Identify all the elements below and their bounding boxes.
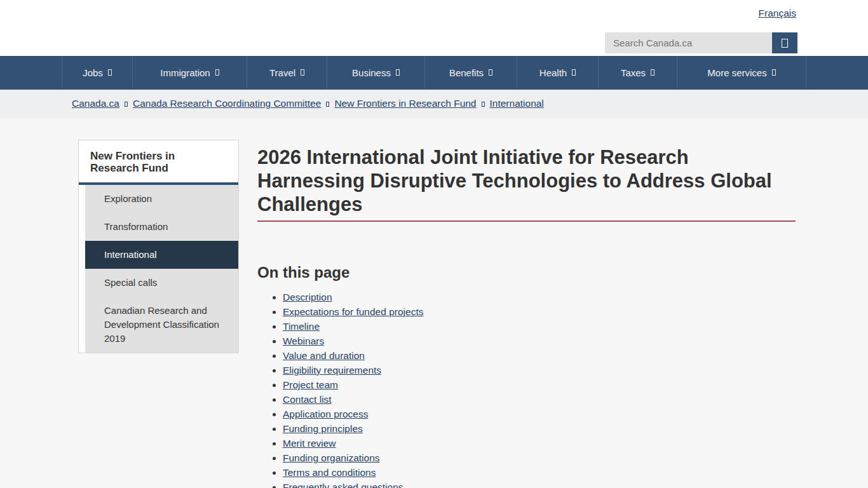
sidebar-item-transformation[interactable]: Transformation xyxy=(85,213,238,241)
menu-item-benefits[interactable]: Benefits xyxy=(424,56,517,89)
chevron-down-icon xyxy=(489,69,492,76)
toc-link-webinars[interactable]: Webinars xyxy=(283,336,324,346)
on-this-page-list: Description Expectations for funded proj… xyxy=(257,290,796,488)
site-header: Français xyxy=(0,0,868,56)
toc-link-funding-principles[interactable]: Funding principles xyxy=(283,423,363,434)
menu-item-immigration[interactable]: Immigration xyxy=(132,56,247,89)
menu-item-jobs[interactable]: Jobs xyxy=(62,56,132,89)
menu-item-business[interactable]: Business xyxy=(327,56,424,89)
menu-item-label: Taxes xyxy=(621,67,646,78)
menu-item-travel[interactable]: Travel xyxy=(247,56,327,89)
menu-item-more-services[interactable]: More services xyxy=(677,56,806,89)
section-menu-title: New Frontiers in Research Fund xyxy=(79,140,238,182)
title-rule xyxy=(257,220,796,222)
chevron-down-icon xyxy=(396,69,400,76)
site-search xyxy=(605,32,797,53)
page: Français Jobs Immigration Travel Busines… xyxy=(0,0,868,488)
toc-link-terms-conditions[interactable]: Terms and conditions xyxy=(283,467,376,478)
page-title: 2026 International Joint Initiative for … xyxy=(257,146,796,216)
menu-item-label: Business xyxy=(352,67,391,78)
toc-item: Funding principles xyxy=(283,421,796,436)
toc-link-value-duration[interactable]: Value and duration xyxy=(283,350,365,361)
sidebar-item-crdc-2019[interactable]: Canadian Research and Development Classi… xyxy=(85,297,238,353)
search-input[interactable] xyxy=(605,32,772,53)
toc-item: Description xyxy=(283,290,796,304)
menu-item-label: More services xyxy=(707,67,766,78)
toc-link-project-team[interactable]: Project team xyxy=(283,379,338,390)
menu-item-label: Jobs xyxy=(83,67,103,78)
toc-item: Project team xyxy=(283,377,796,392)
sidebar-item-exploration[interactable]: Exploration xyxy=(85,185,238,213)
toc-link-timeline[interactable]: Timeline xyxy=(283,321,320,332)
breadcrumb: Canada.caCanada Research Coordinating Co… xyxy=(0,90,868,118)
menu-item-label: Immigration xyxy=(160,67,210,78)
toc-item: Value and duration xyxy=(283,348,796,363)
chevron-right-icon xyxy=(482,102,485,107)
chevron-right-icon xyxy=(326,102,329,107)
menu-spacer xyxy=(0,56,62,89)
breadcrumb-link-nfrf[interactable]: New Frontiers in Research Fund xyxy=(334,98,476,109)
breadcrumb-link-international[interactable]: International xyxy=(490,98,544,109)
toc-item: Merit review xyxy=(283,436,796,451)
chevron-down-icon xyxy=(772,69,776,76)
chevron-down-icon xyxy=(651,69,654,76)
toc-link-merit-review[interactable]: Merit review xyxy=(283,438,336,449)
toc-link-funding-organizations[interactable]: Funding organizations xyxy=(283,452,380,463)
toc-link-faq[interactable]: Frequently asked questions xyxy=(283,482,403,488)
toc-item: Frequently asked questions xyxy=(283,480,796,488)
toc-item: Webinars xyxy=(283,334,796,348)
menu-item-label: Benefits xyxy=(449,67,484,78)
toc-link-description[interactable]: Description xyxy=(283,292,332,302)
menu-item-taxes[interactable]: Taxes xyxy=(598,56,677,89)
chevron-down-icon xyxy=(301,69,304,76)
section-menu-list: Exploration Transformation International… xyxy=(85,185,238,353)
search-icon xyxy=(782,39,788,48)
chevron-down-icon xyxy=(215,69,219,76)
toc-item: Timeline xyxy=(283,319,796,334)
toc-item: Terms and conditions xyxy=(283,465,796,480)
chevron-right-icon xyxy=(125,102,128,107)
toc-item: Application process xyxy=(283,407,796,421)
toc-link-application-process[interactable]: Application process xyxy=(283,409,368,419)
toc-item: Contact list xyxy=(283,392,796,407)
toc-link-eligibility[interactable]: Eligibility requirements xyxy=(283,365,381,376)
menu-item-health[interactable]: Health xyxy=(517,56,598,89)
on-this-page-heading: On this page xyxy=(257,264,796,281)
search-button[interactable] xyxy=(772,32,797,53)
sidebar-item-international[interactable]: International xyxy=(85,241,238,269)
sidebar-item-special-calls[interactable]: Special calls xyxy=(85,269,238,297)
toc-item: Eligibility requirements xyxy=(283,363,796,377)
section-menu: New Frontiers in Research Fund Explorati… xyxy=(78,140,239,353)
chevron-down-icon xyxy=(572,69,576,76)
toc-link-expectations[interactable]: Expectations for funded projects xyxy=(283,306,423,317)
main-content: 2026 International Joint Initiative for … xyxy=(257,140,796,488)
chevron-down-icon xyxy=(108,69,112,76)
language-toggle-link[interactable]: Français xyxy=(759,8,796,19)
toc-item: Expectations for funded projects xyxy=(283,304,796,319)
toc-item: Funding organizations xyxy=(283,451,796,465)
breadcrumb-link-canada-ca[interactable]: Canada.ca xyxy=(72,98,119,109)
menu-item-label: Travel xyxy=(269,67,295,78)
main-menu: Jobs Immigration Travel Business Benefit… xyxy=(0,56,868,90)
menu-spacer xyxy=(806,56,868,89)
menu-item-label: Health xyxy=(539,67,567,78)
breadcrumb-link-crcc[interactable]: Canada Research Coordinating Committee xyxy=(133,98,321,109)
toc-link-contact-list[interactable]: Contact list xyxy=(283,394,332,405)
